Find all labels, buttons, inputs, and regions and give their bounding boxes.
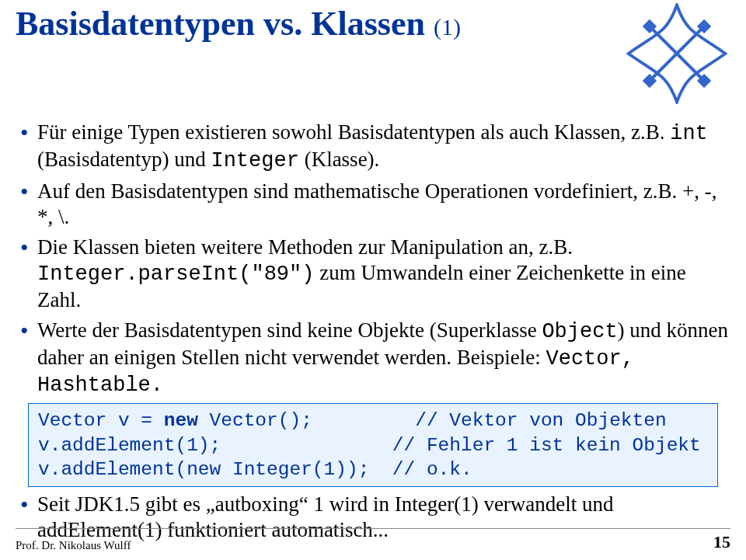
- title-sub: (1): [434, 14, 461, 40]
- bullet-4: Werte der Basisdatentypen sind keine Obj…: [37, 318, 730, 399]
- bullet-2: Auf den Basisdatentypen sind mathematisc…: [37, 179, 730, 230]
- slide-title: Basisdatentypen vs. Klassen (1): [16, 6, 461, 42]
- code-l1b: Vector(); // Vektor von Objekten: [198, 410, 667, 431]
- code-line-2: v.addElement(1); // Fehler 1 ist kein Ob…: [38, 433, 708, 457]
- bullet-1-pre: Für einige Typen existieren sowohl Basis…: [37, 120, 670, 144]
- title-main: Basisdatentypen vs. Klassen: [16, 5, 434, 43]
- footer-author: Prof. Dr. Nikolaus Wulff: [16, 539, 131, 552]
- title-row: Basisdatentypen vs. Klassen (1): [16, 0, 730, 104]
- code-l1a: Vector v =: [38, 410, 164, 431]
- bullet-4-code1: Object: [542, 320, 617, 343]
- code-line-1: Vector v = new Vector(); // Vektor von O…: [38, 409, 708, 433]
- logo-icon: [626, 3, 727, 104]
- bullet-4-pre: Werte der Basisdatentypen sind keine Obj…: [37, 318, 542, 342]
- code-box: Vector v = new Vector(); // Vektor von O…: [28, 403, 718, 487]
- slide: Basisdatentypen vs. Klassen (1) Für eini…: [0, 0, 746, 560]
- bullet-list: Für einige Typen existieren sowohl Basis…: [16, 120, 730, 398]
- bullet-1-mid: (Basisdatentyp) und: [37, 148, 211, 171]
- bullet-3-code: Integer.parseInt("89"): [37, 263, 314, 286]
- code-keyword-new: new: [164, 410, 198, 431]
- footer: Prof. Dr. Nikolaus Wulff 15: [16, 528, 730, 552]
- bullet-3-pre: Die Klassen bieten weitere Methoden zur …: [37, 235, 573, 259]
- bullet-1-code1: int: [670, 122, 708, 145]
- bullet-1: Für einige Typen existieren sowohl Basis…: [37, 120, 730, 174]
- page-number: 15: [713, 532, 730, 552]
- bullet-3: Die Klassen bieten weitere Methoden zur …: [37, 235, 730, 313]
- bullet-1-post: (Klasse).: [299, 148, 379, 171]
- code-line-3: v.addElement(new Integer(1)); // o.k.: [38, 457, 708, 482]
- bullet-1-code2: Integer: [211, 149, 298, 172]
